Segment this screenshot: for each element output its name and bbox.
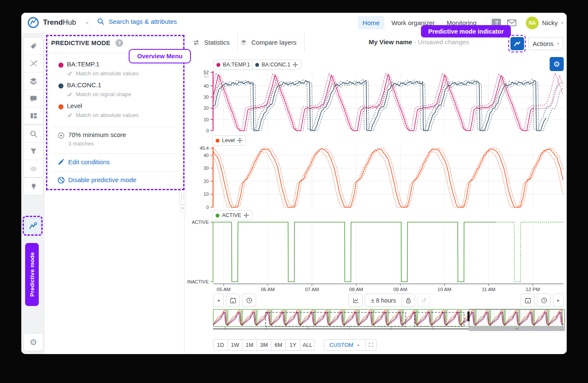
- sidebar-item-search[interactable]: [24, 125, 43, 143]
- overview-menu-callout-label: Overview Menu: [137, 53, 182, 60]
- svg-text:10: 10: [204, 192, 209, 197]
- svg-text:45.4: 45.4: [200, 146, 209, 151]
- sidebar-item-comments[interactable]: [24, 90, 43, 107]
- caret-up-icon: ▲: [357, 343, 360, 347]
- panel-title: PREDICTIVE MODE: [51, 40, 110, 46]
- zoom-all[interactable]: ALL: [300, 339, 315, 351]
- search-bar[interactable]: Search tags & attributes: [97, 18, 177, 25]
- timebar-left-group: ◂: [213, 294, 256, 307]
- predictive-mode-tab[interactable]: Predictive mode: [25, 243, 39, 306]
- zoom-3m[interactable]: 3M: [257, 339, 271, 351]
- lock-range-button[interactable]: [402, 294, 415, 307]
- panel-resize-handle[interactable]: [179, 189, 186, 205]
- pan-left-button[interactable]: ◂: [213, 294, 224, 307]
- signal-row-ba-conc[interactable]: BA:CONC.1 Match on signal shape: [45, 81, 184, 101]
- brand-caret-icon[interactable]: ▾: [86, 20, 88, 25]
- sidebar-item-recommendations[interactable]: [23, 177, 43, 195]
- panel-help-icon[interactable]: ?: [115, 39, 123, 47]
- fullscreen-button[interactable]: [365, 339, 377, 351]
- svg-text:10 AM: 10 AM: [438, 287, 452, 292]
- sidebar-item-predictive-mode[interactable]: [25, 218, 41, 234]
- timebar-center-group: ± 8 hours ↺: [349, 294, 430, 307]
- sidebar-item-formulas[interactable]: [24, 55, 43, 72]
- timebar-right-group: ▸: [521, 294, 564, 307]
- minimap-viewport-handle[interactable]: [469, 326, 565, 331]
- signal-color-dot: [58, 104, 63, 109]
- svg-text:10: 10: [204, 117, 209, 122]
- signal-name: BA:CONC.1: [67, 81, 101, 89]
- calendar-icon: [525, 297, 531, 304]
- reset-time-button[interactable]: ↺: [417, 294, 430, 307]
- svg-text:06 AM: 06 AM: [261, 287, 275, 292]
- swap-arrows-icon: [192, 39, 200, 46]
- bullseye-icon: [57, 131, 65, 140]
- time-range-button[interactable]: ± 8 hours: [365, 294, 402, 307]
- move-icon: [244, 213, 249, 218]
- zoom-1d[interactable]: 1D: [213, 339, 228, 351]
- chart-area: ⚙ BA:TEMP.1 BA:CONC.1 Level: [184, 52, 567, 354]
- expand-icon: [368, 342, 374, 348]
- sidebar-item-fingerprint[interactable]: [24, 160, 43, 177]
- signal-name: BA:TEMP.1: [67, 60, 99, 68]
- trendhub-logo-icon: [27, 17, 39, 29]
- time-range-label: ± 8 hours: [365, 297, 402, 304]
- zoom-1w[interactable]: 1W: [228, 339, 242, 351]
- signal-condition: Match on absolute values: [67, 112, 138, 118]
- svg-text:0: 0: [206, 205, 209, 210]
- zoom-6m[interactable]: 6M: [271, 339, 286, 351]
- tab-compare-layers[interactable]: Compare layers: [232, 33, 305, 52]
- nav-home[interactable]: Home: [358, 16, 384, 29]
- legend-chip-ba-conc[interactable]: BA:CONC.1: [252, 60, 301, 70]
- disable-predictive-link[interactable]: Disable predictive mode: [68, 176, 136, 183]
- sidebar-item-tags[interactable]: [24, 37, 43, 55]
- sidebar-item-settings[interactable]: ⚙: [23, 333, 43, 351]
- signal-condition: Match on signal shape: [67, 91, 131, 97]
- pan-right-button[interactable]: ▸: [553, 294, 564, 307]
- sidebar-item-layers[interactable]: [24, 72, 43, 90]
- disable-predictive-icon: [57, 176, 65, 184]
- formula-icon: [30, 60, 37, 67]
- zoom-preset-group: 1D 1W 1M 3M 6M 1Y ALL: [213, 339, 315, 351]
- zoom-custom-group: CUSTOM ▲: [324, 339, 377, 351]
- view-title: My View name - Unsaved changes: [325, 38, 513, 46]
- end-time-button[interactable]: [537, 294, 551, 307]
- svg-text:0: 0: [206, 128, 209, 133]
- user-caret-icon: ▾: [561, 20, 563, 25]
- double-check-icon: [67, 113, 73, 118]
- user-menu[interactable]: NA Nicky ▾: [526, 17, 563, 29]
- sidebar-rail: Predictive mode ⚙: [21, 33, 45, 354]
- avatar: NA: [526, 17, 539, 29]
- edit-conditions-link[interactable]: Edit conditions: [68, 158, 110, 166]
- end-date-button[interactable]: [521, 294, 535, 307]
- chart-type-button[interactable]: [349, 294, 363, 307]
- actions-caret-icon: ▾: [557, 41, 559, 46]
- chip-label: BA:TEMP.1: [223, 62, 250, 68]
- svg-text:50: 50: [204, 74, 209, 79]
- start-date-button[interactable]: [226, 294, 240, 307]
- tab-statistics[interactable]: Statistics: [184, 33, 238, 52]
- zoom-1m[interactable]: 1M: [242, 339, 257, 351]
- zoom-1y[interactable]: 1Y: [285, 339, 300, 351]
- predictive-mode-icon: [29, 222, 37, 230]
- search-placeholder: Search tags & attributes: [109, 18, 177, 25]
- zoom-custom-button[interactable]: CUSTOM ▲: [324, 339, 366, 351]
- sidebar-item-dashboards[interactable]: [24, 107, 43, 124]
- legend-chip-active[interactable]: ACTIVE: [212, 210, 252, 220]
- pencil-icon: [57, 158, 65, 166]
- sidebar-item-filter[interactable]: [24, 143, 43, 160]
- actions-button[interactable]: Actions ▾: [528, 37, 563, 50]
- svg-text:20: 20: [204, 106, 209, 111]
- legend-chip-level[interactable]: Level: [212, 135, 246, 146]
- indicator-highlight: [508, 35, 526, 52]
- zoom-custom-label: CUSTOM: [329, 342, 353, 348]
- view-status: - Unsaved changes: [414, 38, 469, 46]
- minimum-score-label: 70% minimum score: [68, 131, 126, 138]
- start-time-button[interactable]: [242, 294, 256, 307]
- app-logo[interactable]: TrendHub ▾: [27, 17, 88, 29]
- panel-close-button[interactable]: ×: [179, 205, 186, 212]
- svg-text:12 PM: 12 PM: [526, 287, 540, 292]
- signal-row-level[interactable]: Level Match on absolute values: [45, 102, 184, 122]
- minimap-viewport[interactable]: [469, 309, 565, 327]
- history-icon: ↺: [421, 297, 427, 304]
- minimap-viewport-grab[interactable]: [467, 312, 470, 321]
